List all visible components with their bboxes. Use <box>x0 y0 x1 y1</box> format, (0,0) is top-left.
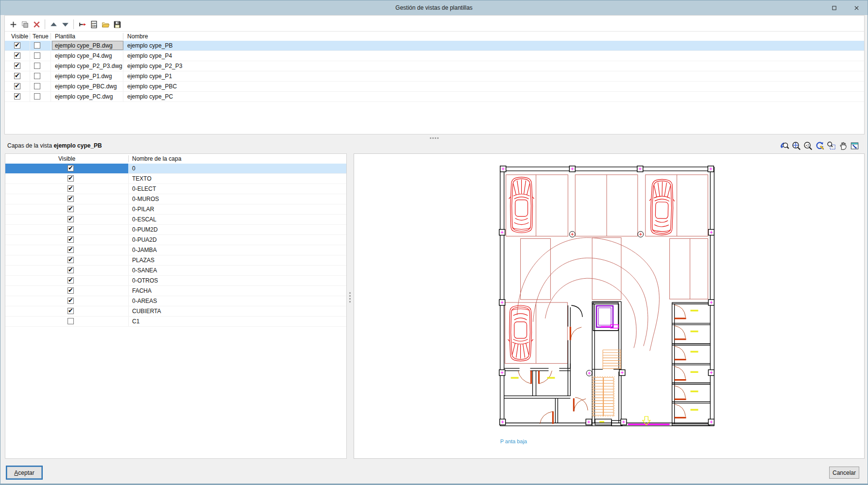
layer-visible-checkbox[interactable] <box>68 267 74 273</box>
layer-visible-checkbox[interactable] <box>68 206 74 212</box>
layer-row[interactable]: CUBIERTA <box>5 306 346 317</box>
layer-visible-checkbox[interactable] <box>68 308 74 314</box>
layer-row[interactable]: 0 <box>5 164 346 174</box>
layer-visible-checkbox[interactable] <box>68 298 74 304</box>
layer-row[interactable]: 0-SANEA <box>5 266 346 276</box>
svg-text:×2: ×2 <box>805 143 809 147</box>
move-down-icon <box>61 20 69 29</box>
layer-row[interactable]: 0-JAMBA <box>5 245 346 255</box>
column-divider <box>30 51 30 61</box>
layer-name-cell: 0-PUA2D <box>132 236 157 243</box>
layer-visible-checkbox[interactable] <box>68 287 74 294</box>
visible-checkbox[interactable] <box>14 52 20 59</box>
zoom-extents-button[interactable] <box>790 139 802 152</box>
layer-visible-checkbox[interactable] <box>68 216 74 222</box>
column-divider <box>128 215 129 224</box>
move-up-icon <box>50 20 58 29</box>
selection-highlight <box>128 164 346 173</box>
import-template-button[interactable] <box>76 18 88 30</box>
layer-row[interactable]: 0-PILAR <box>5 204 346 215</box>
tenue-checkbox[interactable] <box>34 93 40 100</box>
pan-button[interactable] <box>837 139 849 152</box>
tenue-checkbox[interactable] <box>34 73 40 79</box>
layer-row[interactable]: 0-MUROS <box>5 194 346 204</box>
column-divider <box>128 286 129 296</box>
column-divider <box>123 61 123 71</box>
layer-visible-checkbox[interactable] <box>68 226 74 233</box>
layer-row[interactable]: 0-OTROS <box>5 276 346 286</box>
visible-checkbox[interactable] <box>14 93 20 100</box>
layer-row[interactable]: TEXTO <box>5 174 346 184</box>
cancel-button[interactable]: Cancelar <box>829 467 859 479</box>
visible-checkbox[interactable] <box>14 63 20 69</box>
template-row[interactable]: ejemplo cype_PBC.dwgejemplo cype_PBC <box>5 82 864 92</box>
drawing-preview-viewport[interactable]: P anta baja <box>354 153 865 459</box>
move-down-button[interactable] <box>59 18 71 30</box>
template-row[interactable]: ejemplo cype_P4.dwgejemplo cype_P4 <box>5 51 864 61</box>
column-divider <box>128 317 129 326</box>
layer-visible-checkbox[interactable] <box>68 196 74 202</box>
layer-visible-checkbox[interactable] <box>68 236 74 243</box>
vertical-splitter[interactable] <box>347 153 354 459</box>
template-row[interactable]: ejemplo cype_P2_P3.dwgejemplo cype_P2_P3 <box>5 61 864 71</box>
layer-row[interactable]: 0-AREAS <box>5 296 346 306</box>
layer-row[interactable]: 0-PUA2D <box>5 235 346 245</box>
horizontal-splitter[interactable] <box>4 134 865 153</box>
tenue-checkbox[interactable] <box>34 42 40 49</box>
doors <box>518 305 686 424</box>
dxf-dwg-file-button[interactable]: DXFDWG <box>88 18 100 30</box>
layer-row[interactable]: C1 <box>5 317 346 327</box>
template-row[interactable]: ejemplo cype_P1.dwgejemplo cype_P1 <box>5 71 864 82</box>
visible-checkbox[interactable] <box>14 42 20 49</box>
stairs <box>592 350 621 417</box>
layer-visible-checkbox[interactable] <box>68 277 74 284</box>
zoom-x2-button[interactable]: ×2 <box>802 139 814 152</box>
column-divider <box>123 71 123 81</box>
layer-row[interactable]: 0-ELECT <box>5 184 346 194</box>
accept-button[interactable]: Aceptar <box>7 467 42 479</box>
template-row[interactable]: ejemplo cype_PC.dwgejemplo cype_PC <box>5 92 864 102</box>
open-file-button[interactable] <box>100 18 111 30</box>
layer-row[interactable]: 0-PUM2D <box>5 225 346 235</box>
column-divider <box>51 51 51 61</box>
zoom-previous-button[interactable] <box>779 139 790 152</box>
redraw-button[interactable] <box>814 139 825 152</box>
visible-checkbox[interactable] <box>14 83 20 89</box>
tenue-checkbox[interactable] <box>34 52 40 59</box>
templates-panel: DXFDWG Visible Tenue Plantilla Nombre ej… <box>4 15 865 134</box>
layer-visible-checkbox[interactable] <box>68 257 74 263</box>
duplicate-button[interactable] <box>19 18 31 30</box>
layers-panel: Visible Nombre de la capa 0TEXTO0-ELECT0… <box>5 153 347 459</box>
layer-visible-checkbox[interactable] <box>68 318 74 324</box>
move-up-button[interactable] <box>48 18 59 30</box>
column-divider <box>51 41 51 50</box>
zoom-window-button[interactable] <box>825 139 837 152</box>
close-icon <box>853 5 860 11</box>
templates-toolbar: DXFDWG <box>7 17 123 31</box>
column-divider <box>123 92 123 101</box>
nombre-cell: ejemplo cype_P4 <box>127 52 172 59</box>
save-file-button[interactable] <box>111 18 123 30</box>
layer-visible-checkbox[interactable] <box>68 247 74 253</box>
layer-row[interactable]: 0-ESCAL <box>5 215 346 225</box>
add-icon <box>9 20 17 29</box>
add-button[interactable] <box>7 18 19 30</box>
layer-row[interactable]: PLAZAS <box>5 255 346 266</box>
delete-button[interactable] <box>31 18 42 30</box>
column-divider <box>51 71 51 81</box>
layer-visible-checkbox[interactable] <box>68 175 74 182</box>
tenue-checkbox[interactable] <box>34 63 40 69</box>
nombre-cell: ejemplo cype_PBC <box>127 83 177 90</box>
fit-window-button[interactable] <box>849 139 860 152</box>
maximize-button[interactable] <box>823 0 845 15</box>
layer-visible-checkbox[interactable] <box>68 165 74 171</box>
svg-text:DXF: DXF <box>92 22 96 24</box>
tenue-checkbox[interactable] <box>34 83 40 89</box>
layer-visible-checkbox[interactable] <box>68 185 74 192</box>
templates-table-body: ejemplo cype_PB.dwgejemplo cype_PBejempl… <box>5 41 864 102</box>
visible-checkbox[interactable] <box>14 73 20 79</box>
close-button[interactable] <box>845 0 868 15</box>
column-divider <box>128 155 129 162</box>
template-row[interactable]: ejemplo cype_PB.dwgejemplo cype_PB <box>5 41 864 51</box>
layer-row[interactable]: FACHA <box>5 286 346 296</box>
